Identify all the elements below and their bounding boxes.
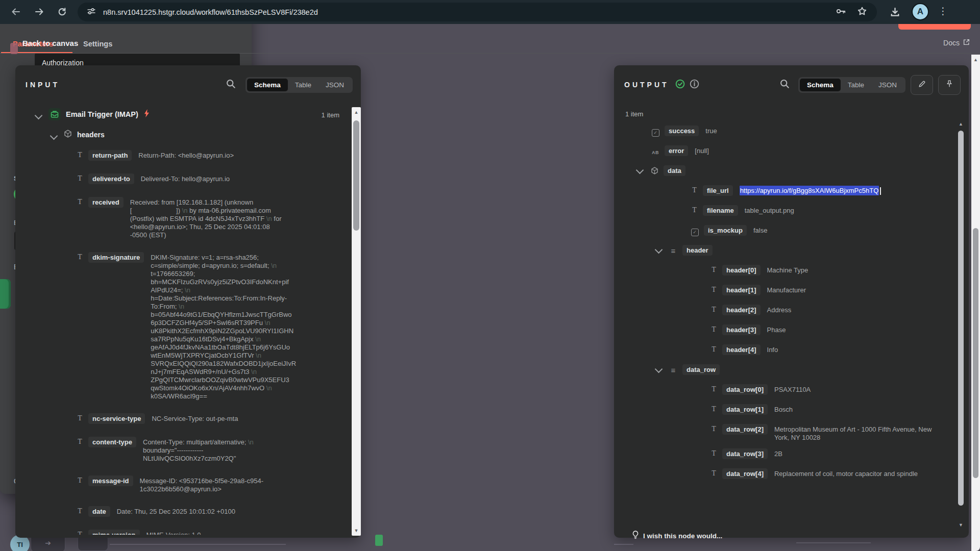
canvas-connection-line bbox=[796, 542, 871, 543]
schema-key[interactable]: data bbox=[664, 165, 685, 176]
output-scrollbar[interactable]: ▲ ▼ bbox=[957, 121, 965, 528]
pin-output-button[interactable] bbox=[938, 75, 961, 95]
input-search-icon[interactable] bbox=[226, 79, 235, 90]
schema-key[interactable]: message-id bbox=[88, 475, 133, 486]
schema-key[interactable]: received bbox=[88, 197, 124, 208]
schema-key[interactable]: filename bbox=[703, 205, 738, 216]
docs-link[interactable]: Docs bbox=[943, 39, 970, 47]
schema-key[interactable]: delivered-to bbox=[88, 173, 134, 184]
bookmark-star-icon[interactable] bbox=[857, 7, 867, 18]
schema-key[interactable]: date bbox=[88, 506, 110, 517]
schema-row-data_row[interactable]: ≡data_row bbox=[614, 364, 939, 378]
schema-key[interactable]: return-path bbox=[88, 150, 132, 161]
schema-row-return-path[interactable]: Treturn-pathReturn-Path: <hello@apyrun.i… bbox=[15, 150, 301, 161]
schema-row-data_row[1][interactable]: Tdata_row[1]Bosch bbox=[614, 404, 939, 417]
schema-key[interactable]: header[2] bbox=[722, 305, 761, 315]
password-key-icon[interactable] bbox=[836, 7, 846, 17]
schema-key[interactable]: is_mockup bbox=[704, 225, 747, 236]
schema-row-nc-service-type[interactable]: Tnc-service-typeNC-Service-Type: out-pe-… bbox=[15, 413, 301, 424]
tab-json[interactable]: JSON bbox=[318, 79, 351, 91]
output-schema-tree: ✓successtrueABerror[null]dataTfile_urlht… bbox=[614, 126, 939, 535]
chevron-down-icon[interactable] bbox=[35, 111, 43, 119]
canvas-node-edge[interactable] bbox=[0, 279, 11, 309]
schema-key[interactable]: error bbox=[665, 145, 688, 156]
schema-key[interactable]: header[0] bbox=[722, 265, 761, 276]
schema-row-file_url[interactable]: Tfile_urlhttps://apyrun.io/f/gBgg8sXAIW6… bbox=[614, 185, 939, 198]
browser-menu-icon[interactable]: ⋮ bbox=[938, 5, 948, 17]
schema-key[interactable]: header bbox=[682, 245, 713, 256]
schema-key[interactable]: header[1] bbox=[722, 285, 761, 295]
schema-row-header[0][interactable]: Theader[0]Machine Type bbox=[614, 265, 939, 278]
tab-settings[interactable]: Settings bbox=[83, 40, 112, 48]
browser-forward-icon[interactable] bbox=[32, 4, 47, 19]
input-scrollbar[interactable]: ▲ ▼ bbox=[352, 107, 361, 536]
schema-row-data_row[3][interactable]: Tdata_row[3]2B bbox=[614, 448, 939, 462]
chevron-down-icon[interactable] bbox=[655, 365, 663, 373]
schema-row-data_row[4][interactable]: Tdata_row[4]Replacement of coil, motor c… bbox=[614, 468, 939, 482]
info-icon[interactable] bbox=[690, 79, 699, 91]
schema-key[interactable]: nc-service-type bbox=[88, 413, 145, 424]
schema-row-error[interactable]: ABerror[null] bbox=[614, 145, 939, 159]
input-headers-group[interactable]: headers bbox=[15, 130, 301, 140]
schema-row-data[interactable]: data bbox=[614, 165, 939, 179]
schema-row-date[interactable]: TdateDate: Thu, 25 Dec 2025 10:01:02 +01… bbox=[15, 506, 301, 517]
schema-row-header[1][interactable]: Theader[1]Manufacturer bbox=[614, 285, 939, 298]
schema-key[interactable]: data_row[2] bbox=[722, 424, 768, 435]
site-settings-icon[interactable] bbox=[87, 7, 96, 17]
tab-table[interactable]: Table bbox=[288, 79, 318, 91]
address-bar[interactable]: n8n.srv1041225.hstgr.cloud/workflow/61th… bbox=[78, 3, 877, 21]
node-panel-scrollbar[interactable]: ▲ bbox=[971, 55, 980, 551]
edit-output-button[interactable] bbox=[911, 75, 933, 95]
input-root-node[interactable]: Email Trigger (IMAP) bbox=[15, 108, 301, 120]
schema-key[interactable]: header[4] bbox=[722, 344, 761, 355]
schema-row-header[interactable]: ≡header bbox=[614, 245, 939, 258]
chevron-down-icon[interactable] bbox=[655, 246, 663, 254]
browser-refresh-icon[interactable] bbox=[54, 4, 69, 19]
schema-key[interactable]: data_row[3] bbox=[722, 448, 768, 459]
schema-key[interactable]: data_row[4] bbox=[722, 468, 768, 479]
schema-row-header[2][interactable]: Theader[2]Address bbox=[614, 305, 939, 318]
schema-key[interactable]: data_row[1] bbox=[722, 404, 768, 415]
schema-row-data_row[0][interactable]: Tdata_row[0]PSAX7110A bbox=[614, 384, 939, 397]
selected-text[interactable]: https://apyrun.io/f/gBgg8sXAIW6uBjxmPc5h… bbox=[740, 186, 879, 195]
schema-key[interactable]: mime-version bbox=[88, 530, 140, 535]
browser-profile-avatar[interactable]: A bbox=[912, 3, 929, 20]
schema-row-filename[interactable]: Tfilenametable_output.png bbox=[614, 205, 939, 218]
schema-row-success[interactable]: ✓successtrue bbox=[614, 126, 939, 139]
schema-row-dkim-signature[interactable]: Tdkim-signatureDKIM-Signature: v=1; a=rs… bbox=[15, 252, 301, 400]
tab-json[interactable]: JSON bbox=[871, 79, 904, 91]
lightbulb-icon bbox=[632, 531, 639, 541]
output-search-icon[interactable] bbox=[780, 79, 789, 90]
canvas-connection-line bbox=[110, 544, 286, 545]
schema-key[interactable]: content-type bbox=[88, 437, 136, 447]
back-to-canvas-link[interactable]: Back to canvas bbox=[22, 39, 78, 47]
schema-key[interactable]: file_url bbox=[703, 185, 733, 196]
schema-row-header[4][interactable]: Theader[4]Info bbox=[614, 344, 939, 358]
schema-row-received[interactable]: TreceivedReceived: from [192.168.1.182] … bbox=[15, 197, 301, 239]
schema-key[interactable]: header[3] bbox=[722, 324, 761, 335]
schema-row-header[3][interactable]: Theader[3]Phase bbox=[614, 324, 939, 338]
download-icon[interactable] bbox=[887, 4, 902, 19]
schema-row-is_mockup[interactable]: ✓is_mockupfalse bbox=[614, 225, 939, 238]
input-node-label[interactable]: Email Trigger (IMAP) bbox=[66, 110, 138, 118]
schema-row-message-id[interactable]: Tmessage-idMessage-ID: <953716be-5f5e-29… bbox=[15, 475, 301, 493]
schema-row-mime-version[interactable]: Tmime-versionMIME-Version: 1.0 bbox=[15, 530, 301, 535]
input-group-label[interactable]: headers bbox=[77, 131, 105, 139]
tab-schema[interactable]: Schema bbox=[800, 79, 841, 91]
browser-back-icon[interactable] bbox=[8, 4, 23, 19]
url-text[interactable]: n8n.srv1041225.hstgr.cloud/workflow/61th… bbox=[103, 8, 836, 16]
schema-key[interactable]: dkim-signature bbox=[88, 252, 144, 263]
tab-schema[interactable]: Schema bbox=[247, 79, 288, 91]
schema-key[interactable]: data_row[0] bbox=[722, 384, 768, 395]
node-feedback-hint[interactable]: I wish this node would... bbox=[632, 531, 722, 541]
schema-row-data_row[2][interactable]: Tdata_row[2]Metropolitan Museum of Art -… bbox=[614, 424, 939, 442]
chevron-down-icon[interactable] bbox=[50, 132, 58, 140]
canvas-node-green[interactable] bbox=[375, 535, 383, 546]
schema-row-content-type[interactable]: Tcontent-typeContent-Type: multipart/alt… bbox=[15, 437, 301, 463]
schema-key[interactable]: success bbox=[665, 126, 699, 136]
string-type-icon: T bbox=[709, 306, 718, 314]
schema-row-delivered-to[interactable]: Tdelivered-toDelivered-To: hello@apyrun.… bbox=[15, 173, 301, 184]
tab-table[interactable]: Table bbox=[841, 79, 871, 91]
schema-key[interactable]: data_row bbox=[682, 364, 720, 375]
chevron-down-icon[interactable] bbox=[636, 166, 644, 174]
